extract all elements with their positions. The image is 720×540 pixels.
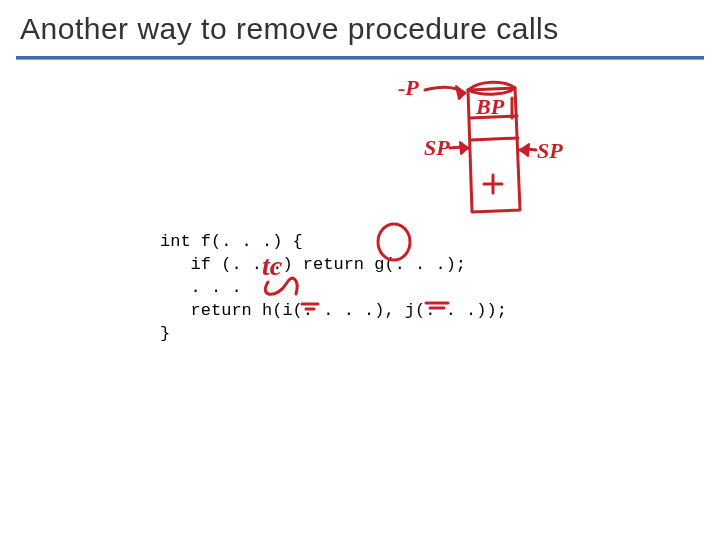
hand-label-p-icon: -P — [398, 75, 419, 100]
code-line: return h(i(. . . .), j(. . .)); — [160, 301, 507, 320]
code-line: } — [160, 324, 170, 343]
slide: Another way to remove procedure calls in… — [0, 0, 720, 540]
code-block: int f(. . .) { if (. . .) return g(. . .… — [160, 231, 507, 346]
title-rule — [16, 56, 704, 60]
stack-box-icon — [468, 88, 520, 212]
code-line: int f(. . .) { — [160, 232, 303, 251]
hand-label-bp-icon: BP — [475, 94, 505, 119]
slide-title: Another way to remove procedure calls — [20, 12, 700, 46]
hand-label-sp-left-icon: SP — [424, 135, 450, 160]
code-line: . . . — [160, 278, 242, 297]
code-line: if (. . .) return g(. . .); — [160, 255, 466, 274]
hand-label-sp-right-icon: SP — [537, 138, 563, 163]
